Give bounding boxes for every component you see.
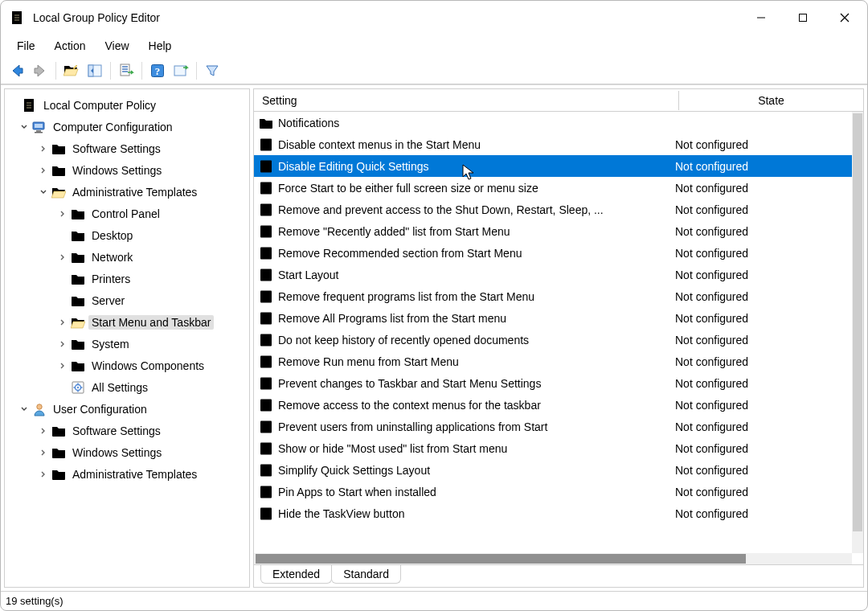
minimize-button[interactable] <box>740 3 782 32</box>
folder-icon <box>71 293 85 308</box>
tree-user-configuration[interactable]: User Configuration <box>8 398 246 420</box>
list-row[interactable]: Remove access to the context menus for t… <box>254 394 852 416</box>
tree-network[interactable]: Network <box>8 246 246 268</box>
list-row[interactable]: Start LayoutNot configured <box>254 264 852 285</box>
policy-root-icon <box>23 98 37 113</box>
list-item-label: Disable Editing Quick Settings <box>278 160 667 173</box>
chevron-right-icon[interactable] <box>37 446 50 459</box>
list-item-state: Not configured <box>667 160 852 173</box>
list-row[interactable]: Disable context menus in the Start MenuN… <box>254 133 852 155</box>
back-button[interactable] <box>6 59 28 82</box>
tree-control-panel[interactable]: Control Panel <box>8 203 246 224</box>
chevron-down-icon[interactable] <box>18 403 31 416</box>
list-item-label: Do not keep history of recently opened d… <box>278 334 667 347</box>
chevron-right-icon[interactable] <box>37 164 50 177</box>
list-item-state: Not configured <box>667 486 852 498</box>
tree-computer-configuration[interactable]: Computer Configuration <box>8 116 246 137</box>
list-row[interactable]: Remove Run menu from Start MenuNot confi… <box>254 351 852 372</box>
show-hide-tree-button[interactable] <box>84 59 106 82</box>
list-body[interactable]: NotificationsDisable context menus in th… <box>254 112 863 564</box>
tree-label: Windows Components <box>88 359 207 373</box>
list-item-label: Start Layout <box>278 269 667 281</box>
tree-label: Windows Settings <box>69 445 165 460</box>
policy-icon <box>259 441 273 456</box>
column-state[interactable]: State <box>678 91 863 110</box>
tree-cc-windows-settings[interactable]: Windows Settings <box>8 159 246 181</box>
list-item-state: Not configured <box>667 507 852 520</box>
menu-action[interactable]: Action <box>47 37 94 55</box>
chevron-right-icon[interactable] <box>37 468 50 481</box>
menu-view[interactable]: View <box>96 37 137 55</box>
list-row[interactable]: Pin Apps to Start when installedNot conf… <box>254 481 852 502</box>
toolbar-separator <box>55 62 56 80</box>
tree-label: Local Computer Policy <box>40 98 159 113</box>
tab-standard[interactable]: Standard <box>331 565 401 584</box>
export-list-button[interactable] <box>115 59 137 82</box>
list-item-state: Not configured <box>667 334 852 347</box>
list-row[interactable]: Do not keep history of recently opened d… <box>254 329 852 351</box>
list-row[interactable]: Simplify Quick Settings LayoutNot config… <box>254 459 852 481</box>
tree-label: Software Settings <box>69 141 164 156</box>
chevron-right-icon[interactable] <box>37 142 50 155</box>
policy-icon <box>259 463 273 478</box>
policy-icon <box>259 311 273 326</box>
forward-button[interactable] <box>29 59 51 82</box>
tree-uc-software-settings[interactable]: Software Settings <box>8 420 246 441</box>
all-settings-icon <box>71 380 85 395</box>
toolbar-separator <box>141 62 142 80</box>
tree-system[interactable]: System <box>8 333 246 355</box>
tree-cc-software-settings[interactable]: Software Settings <box>8 137 246 159</box>
chevron-down-icon[interactable] <box>37 186 50 199</box>
settings-wizard-button[interactable] <box>170 59 192 82</box>
folder-icon <box>51 163 66 178</box>
list-row[interactable]: Remove and prevent access to the Shut Do… <box>254 199 852 220</box>
up-button[interactable] <box>60 59 83 82</box>
chevron-right-icon[interactable] <box>56 251 69 264</box>
column-setting[interactable]: Setting <box>254 91 678 110</box>
chevron-right-icon[interactable] <box>56 359 69 372</box>
menu-help[interactable]: Help <box>141 37 180 55</box>
tree-uc-admin-templates[interactable]: Administrative Templates <box>8 463 246 485</box>
menu-file[interactable]: File <box>9 37 43 55</box>
list-row[interactable]: Show or hide "Most used" list from Start… <box>254 437 852 459</box>
list-row[interactable]: Prevent changes to Taskbar and Start Men… <box>254 372 852 394</box>
vertical-scrollbar[interactable] <box>852 112 863 553</box>
chevron-right-icon[interactable] <box>56 316 69 329</box>
tree-pane[interactable]: Local Computer Policy Computer Configura… <box>4 88 250 588</box>
list-row[interactable]: Hide the TaskView buttonNot configured <box>254 502 852 524</box>
maximize-button[interactable] <box>782 3 824 32</box>
close-button[interactable] <box>824 3 866 32</box>
list-row[interactable]: Force Start to be either full screen siz… <box>254 177 852 199</box>
tree-printers[interactable]: Printers <box>8 268 246 289</box>
chevron-right-icon[interactable] <box>37 424 50 437</box>
tree-uc-windows-settings[interactable]: Windows Settings <box>8 441 246 463</box>
scroll-thumb[interactable] <box>256 554 746 564</box>
tree-label: Control Panel <box>88 207 163 221</box>
list-row[interactable]: Prevent users from uninstalling applicat… <box>254 416 852 437</box>
list-item-label: Simplify Quick Settings Layout <box>278 464 667 477</box>
list-row[interactable]: Remove "Recently added" list from Start … <box>254 220 852 242</box>
chevron-right-icon[interactable] <box>56 338 69 351</box>
scroll-thumb[interactable] <box>853 113 862 531</box>
policy-icon <box>259 485 273 499</box>
tree-root[interactable]: Local Computer Policy <box>8 94 246 116</box>
tab-extended[interactable]: Extended <box>260 565 332 584</box>
tree-label: Computer Configuration <box>50 120 176 134</box>
chevron-right-icon[interactable] <box>56 207 69 220</box>
chevron-down-icon[interactable] <box>18 121 31 133</box>
tree-desktop[interactable]: Desktop <box>8 224 246 246</box>
tree-windows-components[interactable]: Windows Components <box>8 355 246 376</box>
tree-server[interactable]: Server <box>8 289 246 311</box>
horizontal-scrollbar[interactable] <box>254 553 852 564</box>
list-row-folder[interactable]: Notifications <box>254 112 852 133</box>
list-row[interactable]: Remove All Programs list from the Start … <box>254 307 852 329</box>
filter-button[interactable] <box>201 59 223 82</box>
tree-start-menu-taskbar[interactable]: Start Menu and Taskbar <box>8 311 246 333</box>
tree-cc-admin-templates[interactable]: Administrative Templates <box>8 181 246 203</box>
list-row[interactable]: Remove Recommended section from Start Me… <box>254 242 852 264</box>
list-item-label: Remove All Programs list from the Start … <box>278 312 667 325</box>
list-row[interactable]: Disable Editing Quick SettingsNot config… <box>254 155 852 177</box>
help-button[interactable]: ? <box>146 59 169 82</box>
list-row[interactable]: Remove frequent programs list from the S… <box>254 285 852 307</box>
tree-all-settings[interactable]: All Settings <box>8 376 246 398</box>
